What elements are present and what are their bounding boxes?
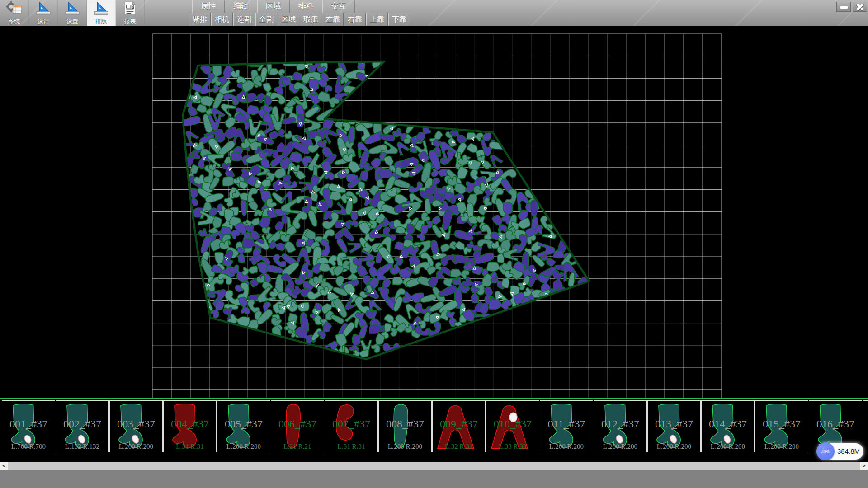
part-thumbnail-2[interactable]: 002_#37L:132 R:132 [56, 400, 109, 452]
nesting-icon [93, 1, 109, 18]
menu-item-4[interactable]: 交互 [322, 0, 355, 13]
part-thumbnail-10[interactable]: 010_#37L:33 R:33 [486, 400, 539, 452]
tool-item-5[interactable]: 瑕疵 [300, 13, 321, 26]
part-thumbnail-11[interactable]: 011_#37L:200 R:200 [540, 400, 593, 452]
design-icon [35, 1, 52, 18]
main-button-label: 设置 [66, 18, 78, 25]
tool-item-9[interactable]: 下靠 [388, 13, 410, 26]
menu-bar: 属性编辑区域排料交互 [192, 0, 355, 13]
part-shape [541, 401, 585, 452]
memory-percent-circle: 38% [816, 442, 835, 460]
part-shape [864, 401, 868, 452]
main-button-nesting[interactable]: 排版 [87, 0, 116, 26]
main-button-label: 系统 [9, 18, 20, 25]
part-shape [649, 401, 692, 452]
main-toolbar: 系统设计设置排版报表 [0, 0, 145, 26]
part-thumbnail-3[interactable]: 003_#37L:200 R:200 [109, 400, 163, 452]
main-button-system[interactable]: 系统 [0, 0, 29, 26]
part-shape [487, 401, 531, 452]
memory-badge[interactable]: 38% 384.8M [817, 443, 863, 460]
part-shape [218, 401, 262, 452]
main-button-label: 设计 [38, 18, 49, 25]
settings-icon [64, 1, 80, 18]
part-shape [165, 401, 208, 452]
part-thumbnail-17[interactable]: 017_#37L:200 R:200 [863, 400, 868, 452]
nesting-canvas[interactable] [0, 26, 868, 398]
part-thumbnail-15[interactable]: 015_#37L:200 R:200 [755, 400, 808, 452]
tool-item-0[interactable]: 聚排 [189, 13, 211, 26]
main-button-report[interactable]: 报表 [116, 0, 145, 26]
part-thumbnail-12[interactable]: 012_#37L:200 R:200 [594, 400, 647, 452]
part-shape [380, 401, 423, 452]
bottom-bar [0, 470, 868, 488]
part-shape [57, 401, 100, 452]
main-button-label: 报表 [124, 18, 136, 25]
main-button-design[interactable]: 设计 [29, 0, 58, 26]
titlebar: 系统设计设置排版报表 属性编辑区域排料交互 聚排相机选割全割区域瑕疵左靠右靠上靠… [0, 0, 868, 26]
part-thumbnail-14[interactable]: 014_#37L:200 R:200 [701, 400, 755, 452]
nesting-drawing [0, 26, 868, 398]
part-thumbnail-1[interactable]: 001_#37L:700 R:700 [2, 400, 55, 452]
part-thumbnail-5[interactable]: 005_#37L:200 R:200 [217, 400, 270, 452]
part-shape [3, 401, 47, 452]
scroll-left-icon[interactable]: < [0, 462, 8, 470]
menu-item-1[interactable]: 编辑 [225, 0, 257, 13]
part-thumbnail-8[interactable]: 008_#37L:200 R:200 [378, 400, 432, 452]
part-thumbnail-13[interactable]: 013_#37L:200 R:200 [647, 400, 701, 452]
tool-item-8[interactable]: 上靠 [366, 13, 388, 26]
part-shape [272, 401, 316, 452]
tool-item-7[interactable]: 右靠 [344, 13, 366, 26]
report-icon [122, 1, 138, 18]
part-thumbnail-4[interactable]: 004_#37L:31 R:31 [163, 400, 217, 452]
close-button[interactable] [853, 2, 867, 12]
tool-item-6[interactable]: 左靠 [322, 13, 344, 26]
minimize-button[interactable] [836, 2, 851, 12]
horizontal-scrollbar[interactable]: < > [0, 462, 868, 470]
app-window: 系统设计设置排版报表 属性编辑区域排料交互 聚排相机选割全割区域瑕疵左靠右靠上靠… [0, 0, 868, 488]
part-shape [595, 401, 638, 452]
window-controls [836, 2, 867, 12]
menu-item-0[interactable]: 属性 [192, 0, 225, 13]
part-shape [326, 401, 369, 452]
tool-item-1[interactable]: 相机 [211, 13, 233, 26]
parts-strip: 001_#37L:700 R:700002_#37L:132 R:132003_… [0, 399, 868, 454]
part-shape [703, 401, 746, 452]
menu-item-3[interactable]: 排料 [290, 0, 322, 13]
tool-bar: 聚排相机选割全割区域瑕疵左靠右靠上靠下靠 [189, 13, 410, 26]
part-shape [756, 401, 800, 452]
tool-item-2[interactable]: 选割 [233, 13, 255, 26]
menu-item-2[interactable]: 区域 [257, 0, 290, 13]
system-icon [6, 1, 23, 18]
part-shape [434, 401, 477, 452]
main-button-settings[interactable]: 设置 [58, 0, 87, 26]
tool-item-4[interactable]: 区域 [278, 13, 299, 26]
part-thumbnail-7[interactable]: 007_#37L:31 R:31 [325, 400, 378, 452]
memory-percent: 38% [821, 449, 830, 454]
memory-value: 384.8M [837, 443, 860, 460]
part-thumbnail-9[interactable]: 009_#37L:32 R:31 [432, 400, 486, 452]
main-button-label: 排版 [95, 18, 107, 25]
tool-item-3[interactable]: 全割 [255, 13, 277, 26]
part-thumbnail-6[interactable]: 006_#37L:21 R:21 [271, 400, 324, 452]
scroll-right-icon[interactable]: > [860, 462, 868, 470]
part-shape [111, 401, 154, 452]
